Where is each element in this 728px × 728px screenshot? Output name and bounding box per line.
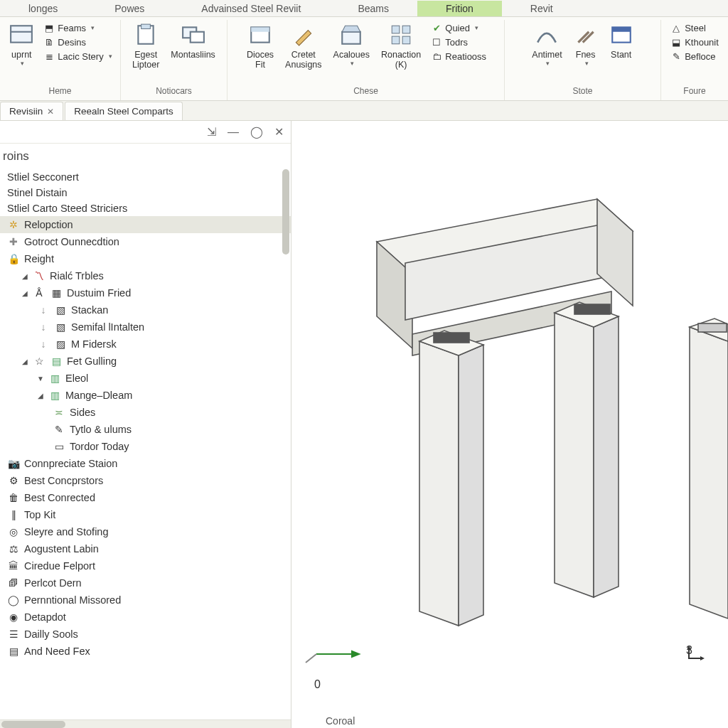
pin-icon[interactable]: ⇲ [207, 125, 216, 139]
calendar-icon [248, 23, 272, 47]
tree-item[interactable]: ‖Top Kit [0, 506, 291, 523]
tree-item[interactable]: ◢▥Mange–Dleam [0, 387, 291, 404]
quied-button[interactable]: ✔Quied▾ [428, 21, 489, 34]
tree-item[interactable]: ◯Pernntional Missored [0, 592, 291, 609]
todrs-button[interactable]: ☐Todrs [428, 36, 489, 48]
ribbon-group-notiocars: Egest Liptoer Montasliins Notiocars [121, 20, 228, 100]
project-tree[interactable]: Stliel Secconert Stinel Distain Stliel C… [0, 168, 291, 719]
check-icon: ✔ [431, 22, 442, 33]
cretet-button[interactable]: Cretet Anusigns [281, 21, 326, 72]
tree-item[interactable]: 🔒Reight [0, 250, 291, 267]
tree-item[interactable]: ≍Sides [0, 404, 291, 421]
svg-rect-27 [574, 304, 610, 314]
svg-rect-11 [392, 36, 400, 44]
bars2-icon: ‖ [7, 508, 20, 521]
antimet-button[interactable]: Antimet▾ [528, 21, 566, 69]
befloce-button[interactable]: ✎Befloce [668, 50, 722, 63]
ktmouni-button[interactable]: ⬓Kthounit [668, 36, 722, 48]
close-icon[interactable]: ✕ [47, 107, 54, 117]
tree-item[interactable]: ↓▨M Fidersk [0, 336, 291, 353]
panel-toolbar: ⇲ — ◯ ✕ [0, 121, 291, 144]
tree-item[interactable]: ⚙Best Concprstors [0, 472, 291, 489]
camera-icon: 📷 [7, 457, 20, 470]
list-icon: ☰ [7, 628, 20, 641]
montaslins-button[interactable]: Montasliins [166, 21, 220, 61]
table-icon [609, 23, 633, 47]
collapse-icon[interactable]: ◢ [21, 272, 28, 280]
options-icon[interactable]: ◯ [250, 125, 263, 139]
svg-rect-8 [343, 32, 361, 44]
svg-rect-0 [11, 26, 32, 42]
svg-rect-3 [141, 24, 151, 28]
tree-item[interactable]: Stinel Distain [0, 185, 291, 200]
grid-icon [389, 23, 413, 47]
viewport-status: Coroal [326, 715, 355, 727]
gear-icon: ✲ [7, 218, 20, 231]
svg-rect-5 [190, 32, 203, 43]
tree-item[interactable]: ↓▧Stackan [0, 301, 291, 318]
sheet-icon: ▥ [48, 389, 61, 402]
ronaction-button[interactable]: Ronaction (K) [377, 21, 425, 72]
tree-item[interactable]: ▼▥Eleol [0, 370, 291, 387]
tree-item[interactable]: 🗑Best Conrected [0, 489, 291, 506]
tree-item[interactable]: ◢☆▤Fet Gulling [0, 353, 291, 370]
tree-item[interactable]: ✎Tytlo & ulums [0, 421, 291, 438]
doc-tab-reealn[interactable]: Reealn Steel Comparts [65, 102, 183, 120]
tree-item[interactable]: 🗊Perlcot Dern [0, 574, 291, 592]
desins-button[interactable]: 🗎Desins [41, 36, 114, 48]
tree-item[interactable]: ☰Dailly Sools [0, 626, 291, 643]
ribbon: uprnt▾ ⬒Feams▾ 🗎Desins ≣Lacic Stery▾ Hem… [0, 17, 728, 101]
svg-marker-35 [687, 646, 691, 650]
lacic-button[interactable]: ≣Lacic Stery▾ [41, 50, 114, 63]
model-viewport[interactable]: 0 3 Coroal [291, 121, 728, 728]
tree-item[interactable]: ↓▧Semifal lIntalten [0, 318, 291, 336]
ribbon-tab-beams[interactable]: Beams [329, 1, 417, 16]
uprnt-button[interactable]: uprnt▾ [5, 21, 38, 69]
tree-item[interactable]: ⚖Aogustent Labin [0, 540, 291, 557]
ribbon-tab-frition[interactable]: Frition [417, 1, 502, 16]
tree-item[interactable]: ◎Sleyre and Stofing [0, 523, 291, 540]
tree-item[interactable]: ▭Tordor Today [0, 438, 291, 455]
ribbon-tab-longes[interactable]: longes [0, 1, 86, 16]
tree-item[interactable]: ◉Detapdot [0, 609, 291, 626]
tree-item[interactable]: ✚Gotroct Ounnecdtion [0, 233, 291, 250]
svg-marker-21 [459, 345, 483, 626]
clipboard-icon [134, 23, 158, 47]
lock-icon: 🔒 [7, 252, 20, 265]
tree-item[interactable]: 🏛Ciredue Felport [0, 557, 291, 574]
minimize-icon[interactable]: — [228, 126, 239, 139]
doc-tab-revisiin[interactable]: Revisiin✕ [0, 102, 63, 120]
model-3d [291, 121, 728, 704]
horizontal-scrollbar[interactable] [0, 719, 291, 728]
collapse-icon[interactable]: ◢ [37, 392, 44, 400]
main-area: ⇲ — ◯ ✕ roins Stliel Secconert Stinel Di… [0, 121, 728, 728]
pic-icon: ▧ [54, 304, 67, 316]
reatiooss-button[interactable]: 🗀Reatiooss [428, 50, 489, 63]
tree-item[interactable]: ◢Å▦Dustuim Fried [0, 284, 291, 301]
collapse-icon[interactable]: ▼ [37, 375, 44, 382]
ribbon-tab-revit[interactable]: Revit [502, 1, 582, 16]
steel-button[interactable]: △Steel [668, 21, 722, 34]
tree-item[interactable]: ▤And Need Fex [0, 643, 291, 660]
bars-icon: ≍ [53, 406, 65, 419]
fnes-button[interactable]: Fnes▾ [569, 21, 602, 69]
collapse-icon[interactable]: ◢ [21, 289, 28, 297]
tree-item[interactable]: ◢〽Rialć Trbles [0, 267, 291, 284]
egest-button[interactable]: Egest Liptoer [128, 21, 164, 72]
tree-item[interactable]: 📷Connpreciate Staion [0, 455, 291, 472]
clip-icon: 🗊 [7, 577, 20, 589]
tree-item[interactable]: Stliel Secconert [0, 169, 291, 185]
acaloues-button[interactable]: Acaloues▾ [329, 21, 374, 69]
feams-button[interactable]: ⬒Feams▾ [41, 21, 114, 34]
tree-item[interactable]: Stliel Carto Steed Striciers [0, 200, 291, 216]
vertical-scrollbar[interactable] [282, 169, 289, 255]
collapse-icon[interactable]: ◢ [21, 358, 28, 365]
ribbon-tab-advanced-steel[interactable]: Advainsed Steel Reviit [173, 1, 329, 16]
dioces-button[interactable]: Dioces Fit [242, 21, 278, 72]
stant-button[interactable]: Stant [605, 21, 638, 61]
tree-item-selected[interactable]: ✲Relopction [0, 216, 291, 233]
disc-icon: ◉ [7, 611, 20, 623]
ribbon-tab-powes[interactable]: Powes [86, 1, 173, 16]
axis-indicator: 3 [686, 644, 692, 657]
close-panel-icon[interactable]: ✕ [274, 125, 284, 139]
